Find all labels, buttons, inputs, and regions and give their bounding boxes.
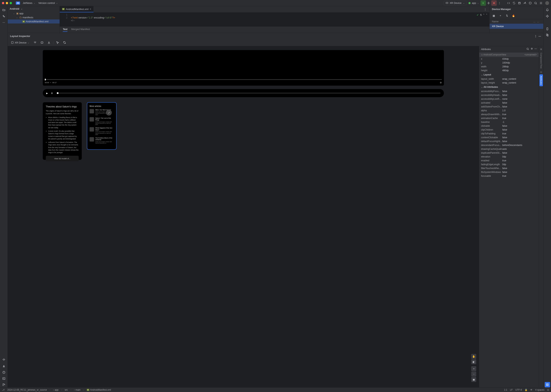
crumb-file[interactable]: M AndroidManifest.xml (87, 389, 111, 391)
highlight-icon[interactable]: 👁 (530, 389, 532, 391)
attr-row[interactable]: focusabletrue (479, 174, 539, 178)
running-devices-icon[interactable] (545, 32, 550, 38)
readonly-icon[interactable]: 🔒 (525, 389, 528, 391)
caret-position[interactable]: 1:1 (504, 389, 507, 391)
code-editor[interactable]: 1 2 <?xml version="1.0" encoding="utf-8"… (60, 13, 489, 26)
video-player[interactable]: 00:00 • 00:17 ⚙ (43, 50, 444, 86)
col-name[interactable]: Name (492, 20, 533, 23)
tree-manifests[interactable]: ⌄🗀manifests (8, 15, 59, 20)
attr-row[interactable]: height480dp (479, 69, 539, 72)
vcs-tool-icon[interactable] (1, 382, 7, 387)
snapshot-icon[interactable] (39, 40, 45, 45)
commit-tool-icon[interactable] (1, 14, 7, 19)
memory-icon[interactable]: ⊡ (547, 389, 549, 391)
attr-row[interactable]: clipToPaddingtrue (479, 132, 539, 136)
dm-wifi-icon[interactable]: ⇅ (504, 13, 510, 18)
attr-row[interactable]: fadingEdgeLength0dp (479, 162, 539, 166)
video-seek-track[interactable] (45, 79, 442, 80)
minimize-icon[interactable]: — (534, 47, 537, 51)
dm-add-icon[interactable]: ＋ (498, 13, 503, 18)
audio-seek-track[interactable] (56, 93, 440, 94)
card-cta[interactable]: View 3D model of... (46, 156, 79, 161)
layers-icon[interactable]: ◧ (471, 359, 476, 364)
crumb-main[interactable]: ▫ main (74, 389, 80, 391)
bookmarks-icon[interactable] (1, 364, 7, 369)
attr-row[interactable]: accessibilityLiveR...none (479, 97, 539, 101)
attr-row[interactable]: defaultFocusHighli...false (479, 139, 539, 143)
dm-grid-icon[interactable]: ▦ (491, 13, 496, 18)
editor-mode-text[interactable]: Text (63, 28, 67, 32)
attr-row[interactable]: clickablefalse (479, 124, 539, 128)
attr-row[interactable]: y1004dp (479, 61, 539, 65)
project-view-mode[interactable]: Android (8, 6, 59, 11)
col-3[interactable]: ... (537, 20, 541, 23)
attributes-icon[interactable]: ⊡ (539, 70, 543, 74)
device-manager-icon[interactable] (545, 26, 550, 32)
debug-button[interactable] (486, 0, 491, 6)
crumb-app[interactable]: ▫ app (53, 389, 58, 391)
project-tool-icon[interactable] (1, 7, 7, 13)
indent-config[interactable]: 4 spaces (535, 389, 544, 391)
section-layout[interactable]: Layout (479, 72, 539, 77)
code-with-me-icon[interactable] (506, 0, 511, 6)
more-tool-icon[interactable]: ⋯ (1, 20, 7, 25)
attr-row[interactable]: baseline-1 (479, 120, 539, 124)
component-tree-tab[interactable]: Component Tree (539, 51, 543, 70)
section-all-attributes[interactable]: All Attributes (479, 85, 539, 89)
stop-button[interactable] (491, 0, 497, 6)
tab-more-icon[interactable]: ⋮ (482, 7, 488, 12)
terminal-icon[interactable] (1, 376, 7, 381)
more-actions[interactable]: ⋮ (497, 0, 502, 6)
check-icon[interactable]: ✔ (477, 14, 479, 16)
inspector-device-selector[interactable]: XR Device (9, 40, 31, 45)
sync-icon[interactable] (511, 0, 517, 6)
app-quality-icon[interactable] (528, 0, 533, 6)
attr-row[interactable]: alpha1.0 (479, 109, 539, 112)
attr-row[interactable]: layout_heightwrap_content (479, 81, 539, 85)
editor-tab[interactable]: M AndroidManifest.xml × (60, 6, 93, 12)
attr-row[interactable]: drawingCacheQualitauto (479, 147, 539, 151)
inspector-more-icon[interactable]: ⋮ (534, 35, 537, 38)
inspector-minimize-icon[interactable]: — (538, 35, 541, 38)
run-config-selector[interactable]: app (466, 1, 480, 5)
attr-row[interactable]: addStatesFromCh...false (479, 105, 539, 109)
maximize-window[interactable] (10, 2, 12, 4)
play-icon[interactable]: ▶ (46, 92, 48, 94)
attr-row[interactable]: fitsSystemWindowsfalse (479, 170, 539, 174)
settings-icon[interactable] (538, 0, 544, 6)
gear-icon[interactable]: ⚙ (531, 47, 533, 51)
file-encoding[interactable]: UTF-8 (515, 389, 522, 391)
article-item[interactable]: What Happens if the Sun Dies? Article an… (90, 127, 114, 135)
profiler-icon[interactable] (522, 0, 528, 6)
gemini-icon[interactable] (545, 14, 550, 19)
chevron-up-icon[interactable]: ˄ (483, 14, 485, 16)
attr-row[interactable]: x434dp (479, 57, 539, 61)
search-icon[interactable] (533, 0, 538, 6)
attr-row[interactable]: activatedfalse (479, 101, 539, 105)
attr-row[interactable]: accessibilityHeadi...false (479, 93, 539, 97)
tree-icon[interactable]: ⊞ (539, 47, 543, 51)
article-item[interactable]: Saturn: The Lord of the Rings Article an… (90, 117, 114, 125)
build-icon[interactable] (517, 0, 522, 6)
live-updates-icon[interactable] (32, 40, 38, 45)
attr-row[interactable]: enabledtrue (479, 159, 539, 162)
attr-row[interactable]: layout_widthwrap_content (479, 77, 539, 81)
attr-row[interactable]: descendantFocus...beforeDescendants (479, 143, 539, 147)
layout-inspector-icon[interactable] (545, 382, 550, 387)
device-selector[interactable]: XR Device (444, 1, 466, 5)
run-button[interactable] (480, 0, 486, 6)
tree-app[interactable]: ⌄▣app (8, 11, 59, 15)
attr-row[interactable]: elevation0dp (479, 155, 539, 159)
attr-row[interactable]: clipChildrenfalse (479, 128, 539, 132)
branch-icon[interactable]: ⎇ (2, 389, 5, 391)
crumb-source[interactable]: 2024-12-05_RC11_jetnews_xr_source (7, 389, 47, 391)
notifications-icon[interactable] (545, 7, 550, 13)
vcs-menu[interactable]: Version control (37, 1, 59, 5)
gear-icon[interactable]: ⚙ (440, 81, 442, 84)
tree-manifest-file[interactable]: MAndroidManifest.xml (8, 20, 59, 23)
analysis-count[interactable]: 5 (480, 14, 482, 16)
pause-icon[interactable]: ⏸ (51, 92, 53, 94)
close-window[interactable] (2, 2, 4, 4)
attr-row[interactable]: width288dp (479, 65, 539, 69)
minimize-window[interactable] (6, 2, 8, 4)
